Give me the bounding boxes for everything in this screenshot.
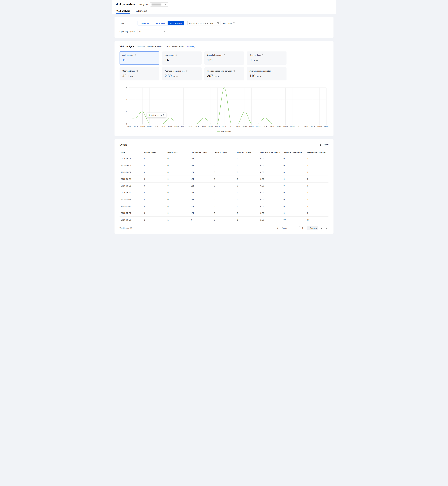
stat-card[interactable]: Average opens per user 2.80 Times xyxy=(162,67,202,81)
cell-value: 0.00 xyxy=(259,155,282,162)
table-row: 2025-05-2700121000.0000 xyxy=(120,210,328,216)
cell-value: 0 xyxy=(236,189,259,196)
column-header: Date xyxy=(120,149,143,155)
legend-label: Active users xyxy=(221,131,231,133)
help-icon[interactable] xyxy=(233,70,235,72)
cell-date: 2025-05-29 xyxy=(120,196,143,203)
operating-system-label: Operating system xyxy=(120,31,137,33)
date-range-input[interactable]: 2025-05-06 ~ 2025-06-04 xyxy=(187,21,220,25)
svg-text:06/02: 06/02 xyxy=(311,126,315,127)
cell-date: 2025-05-30 xyxy=(120,189,143,196)
last-page-button[interactable] xyxy=(325,226,328,230)
svg-text:06/03: 06/03 xyxy=(318,126,322,127)
cell-value: 0 xyxy=(236,162,259,169)
pagination: 10 / page 1 / 3 pages xyxy=(276,226,328,230)
cell-value: 0 xyxy=(282,176,305,182)
previous-page-button[interactable] xyxy=(294,226,298,230)
cell-value: 121 xyxy=(189,176,212,182)
cell-value: 0 xyxy=(305,155,328,162)
help-icon[interactable] xyxy=(134,54,136,56)
help-icon[interactable] xyxy=(223,54,225,56)
svg-text:05/22: 05/22 xyxy=(236,126,240,127)
current-page-input[interactable]: 1 xyxy=(299,226,306,230)
first-page-button[interactable] xyxy=(289,226,293,230)
next-page-button[interactable] xyxy=(320,226,323,230)
time-button-yesterday[interactable]: Yesterday xyxy=(137,21,152,25)
stat-card[interactable]: New users 14 xyxy=(162,51,202,65)
svg-text:05/15: 05/15 xyxy=(188,126,192,127)
export-button[interactable]: Export xyxy=(320,144,328,146)
cell-value: 0 xyxy=(166,182,189,189)
chart-legend[interactable]: Active users xyxy=(120,131,328,133)
cell-date: 2025-05-26 xyxy=(120,216,143,223)
svg-text:05/17: 05/17 xyxy=(202,126,206,127)
svg-text:05/11: 05/11 xyxy=(161,126,165,127)
date-range-end: 2025-06-04 xyxy=(203,22,213,25)
cell-value: 0 xyxy=(212,176,236,182)
stat-card[interactable]: Opening times 42 Times xyxy=(120,67,159,81)
cell-value: 0 xyxy=(143,169,166,176)
mini-games-select[interactable] xyxy=(150,2,168,7)
table-row: 2025-05-2800121000.0000 xyxy=(120,203,328,210)
stat-label: Opening times xyxy=(122,70,135,72)
stat-unit: Secs xyxy=(214,75,219,77)
stat-value: 110 xyxy=(249,74,255,78)
cell-value: 0 xyxy=(305,203,328,210)
operating-system-select[interactable]: All xyxy=(137,29,167,34)
cell-value: 0 xyxy=(282,203,305,210)
svg-text:05/12: 05/12 xyxy=(168,126,172,127)
svg-text:05/23: 05/23 xyxy=(243,126,247,127)
refresh-button[interactable]: Refresh xyxy=(186,46,195,48)
stat-value: 121 xyxy=(207,58,213,62)
help-icon[interactable] xyxy=(175,54,177,56)
cell-value: 0 xyxy=(212,182,236,189)
stat-card[interactable]: Cumulative users 121 xyxy=(204,51,244,65)
time-range-button-group: Yesterday Last 7 days Last 30 days xyxy=(137,21,184,25)
cell-value: 121 xyxy=(189,203,212,210)
svg-text:2: 2 xyxy=(126,111,127,113)
per-page-label: / page xyxy=(282,227,287,229)
date-range-start: 2025-05-06 xyxy=(189,22,199,25)
cell-value: 0 xyxy=(236,196,259,203)
stat-value: 42 xyxy=(122,74,126,78)
svg-text:05/26: 05/26 xyxy=(263,126,267,127)
stat-value: 0 xyxy=(249,58,251,62)
stat-card[interactable]: Active users 15 xyxy=(120,51,159,65)
help-icon[interactable] xyxy=(262,54,264,56)
column-header: Sharing times xyxy=(212,149,236,155)
column-header: Average usage time ... xyxy=(282,149,305,155)
cell-value: 0 xyxy=(143,162,166,169)
cell-value: 0 xyxy=(212,210,236,216)
help-icon[interactable] xyxy=(233,22,235,24)
stat-unit: Times xyxy=(253,59,258,62)
cell-value: 0 xyxy=(143,210,166,216)
table-header-row: DateActive usersNew usersCumulative user… xyxy=(120,149,328,155)
chevron-down-icon xyxy=(279,227,281,229)
refresh-icon xyxy=(193,46,195,48)
cell-value: 121 xyxy=(189,196,212,203)
svg-text:05/25: 05/25 xyxy=(256,126,261,127)
cell-value: 97 xyxy=(305,216,328,223)
cell-value: 0 xyxy=(305,210,328,216)
cell-value: 0 xyxy=(305,169,328,176)
stat-card[interactable]: Average usage time per user 307 Secs xyxy=(204,67,244,81)
stat-unit: Times xyxy=(173,75,178,77)
stat-label: Average session duration xyxy=(249,70,271,72)
help-icon[interactable] xyxy=(136,70,138,72)
cell-value: 0 xyxy=(166,210,189,216)
tab-visit-analysis[interactable]: Visit analysis xyxy=(116,8,130,14)
cell-value: 121 xyxy=(189,169,212,176)
stat-card[interactable]: Sharing times 0 Times xyxy=(247,51,287,65)
cell-value: 0 xyxy=(212,189,236,196)
help-icon[interactable] xyxy=(186,70,188,72)
time-button-last-30-days[interactable]: Last 30 days xyxy=(168,21,184,25)
time-button-last-7-days[interactable]: Last 7 days xyxy=(152,21,168,25)
help-icon[interactable] xyxy=(272,70,274,72)
stat-card[interactable]: Average session duration 110 Secs xyxy=(247,67,287,81)
column-header: Cumulative users xyxy=(189,149,212,155)
page-size-select[interactable]: 10 xyxy=(276,227,281,229)
cell-value: 0 xyxy=(143,203,166,210)
column-header: Average session dur... xyxy=(305,149,328,155)
visit-chart[interactable]: 024605/0605/0705/0805/0905/1005/1105/120… xyxy=(120,85,328,130)
tab-ad-revenue[interactable]: Ad revenue xyxy=(136,8,147,14)
